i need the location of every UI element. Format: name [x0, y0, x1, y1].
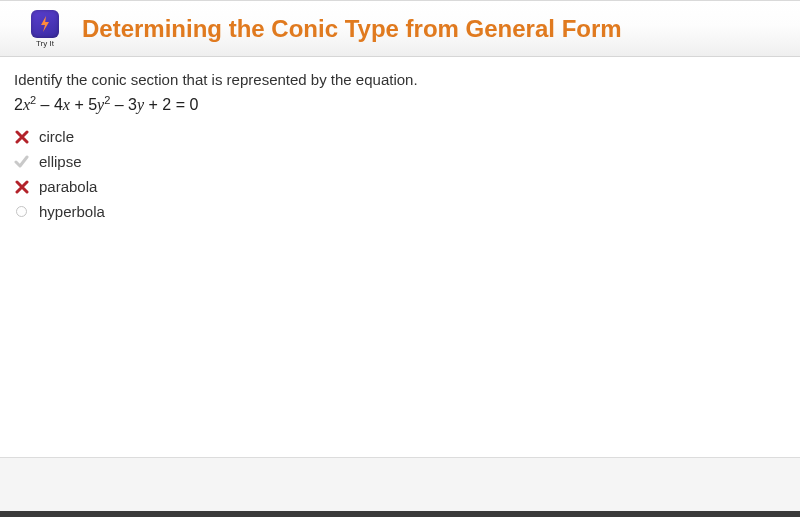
x-mark-icon — [14, 129, 29, 144]
eq-text: + 2 = 0 — [144, 96, 198, 113]
options-list: circle ellipse parabola hyperbola — [14, 128, 786, 220]
option-ellipse[interactable]: ellipse — [14, 153, 786, 170]
badge-label: Try It — [36, 39, 54, 48]
option-label: hyperbola — [39, 203, 105, 220]
question-equation: 2x2 – 4x + 5y2 – 3y + 2 = 0 — [14, 94, 786, 114]
check-icon — [14, 154, 29, 169]
question-body: Identify the conic section that is repre… — [0, 57, 800, 457]
lightning-icon — [31, 10, 59, 38]
eq-var: x — [23, 96, 30, 113]
option-hyperbola[interactable]: hyperbola — [14, 203, 786, 220]
eq-text: – 3 — [110, 96, 137, 113]
option-label: ellipse — [39, 153, 82, 170]
option-label: parabola — [39, 178, 97, 195]
eq-var: x — [63, 96, 70, 113]
footer-bar — [0, 457, 800, 511]
option-circle[interactable]: circle — [14, 128, 786, 145]
x-mark-icon — [14, 179, 29, 194]
eq-text: – 4 — [36, 96, 63, 113]
radio-empty-icon — [14, 204, 29, 219]
page-title: Determining the Conic Type from General … — [82, 15, 622, 43]
question-prompt: Identify the conic section that is repre… — [14, 71, 786, 88]
page: Try It Determining the Conic Type from G… — [0, 0, 800, 517]
eq-text: + 5 — [70, 96, 97, 113]
try-it-badge: Try It — [28, 10, 62, 48]
header-bar: Try It Determining the Conic Type from G… — [0, 1, 800, 57]
option-label: circle — [39, 128, 74, 145]
option-parabola[interactable]: parabola — [14, 178, 786, 195]
eq-text: 2 — [14, 96, 23, 113]
bottom-strip — [0, 511, 800, 517]
